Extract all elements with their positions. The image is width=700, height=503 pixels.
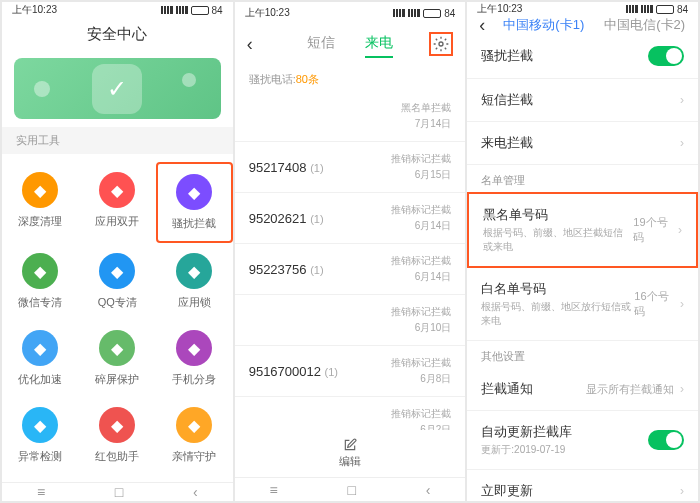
row-title: 自动更新拦截库 (481, 423, 572, 441)
call-date: 7月14日 (415, 117, 452, 131)
nav-bar: ≡ □ ‹ (2, 482, 233, 501)
wechat-shield-icon: ✓ (92, 64, 142, 114)
tool-icon: ◆ (176, 174, 212, 210)
tab-sms[interactable]: 短信 (307, 30, 335, 58)
tool-icon: ◆ (99, 330, 135, 366)
tool-label: 异常检测 (18, 449, 62, 464)
row-title: 短信拦截 (481, 91, 533, 109)
tool-应用锁[interactable]: ◆应用锁 (156, 243, 233, 320)
call-number: 9516700012 (1) (249, 364, 338, 379)
setting-row[interactable]: 黑名单号码根据号码、前缀、地区拦截短信或来电19个号码› (467, 192, 698, 268)
setting-row[interactable]: 骚扰拦截 (467, 34, 698, 79)
nav-back[interactable]: ‹ (193, 484, 198, 500)
row-subtitle: 根据号码、前缀、地区拦截短信或来电 (483, 226, 633, 254)
tool-深度清理[interactable]: ◆深度清理 (2, 162, 79, 243)
call-number: 95217408 (1) (249, 160, 324, 175)
setting-row[interactable]: 短信拦截› (467, 79, 698, 122)
status-bar: 上午10:23 84 (467, 2, 698, 16)
tool-icon: ◆ (22, 172, 58, 208)
tool-icon: ◆ (22, 407, 58, 443)
call-list: 黑名单拦截7月14日95217408 (1)推销标记拦截6月15日9520262… (235, 91, 466, 430)
chevron-right-icon: › (680, 297, 684, 311)
call-item[interactable]: 95223756 (1)推销标记拦截6月14日 (235, 244, 466, 295)
tool-微信专清[interactable]: ◆微信专清 (2, 243, 79, 320)
banner[interactable]: ✓ (14, 58, 221, 120)
section-label: 其他设置 (467, 341, 698, 368)
back-icon[interactable]: ‹ (479, 15, 485, 36)
tool-骚扰拦截[interactable]: ◆骚扰拦截 (156, 162, 233, 243)
edit-button[interactable]: 编辑 (235, 430, 466, 477)
settings-icon[interactable] (429, 32, 453, 56)
nav-home[interactable]: □ (115, 484, 123, 500)
toggle[interactable] (648, 46, 684, 66)
section-label: 名单管理 (467, 165, 698, 192)
edit-icon (343, 438, 357, 452)
screen-settings: 上午10:23 84 ‹ 中国移动(卡1) 中国电信(卡2) 骚扰拦截短信拦截›… (467, 2, 698, 501)
tool-icon: ◆ (99, 172, 135, 208)
tool-label: 应用双开 (95, 214, 139, 229)
sim-tabs: 中国移动(卡1) 中国电信(卡2) (503, 16, 685, 34)
row-title: 拦截通知 (481, 380, 533, 398)
tool-label: 深度清理 (18, 214, 62, 229)
call-item[interactable]: 黑名单拦截7月14日 (235, 91, 466, 142)
status-bar: 上午10:23 84 (235, 2, 466, 24)
chevron-right-icon: › (678, 223, 682, 237)
section-label: 实用工具 (2, 127, 233, 154)
call-date: 6月10日 (415, 321, 452, 335)
count-row: 骚扰电话:80条 (235, 64, 466, 91)
tool-label: 骚扰拦截 (172, 216, 216, 231)
call-tag: 推销标记拦截 (391, 203, 451, 217)
call-tag: 推销标记拦截 (391, 407, 451, 421)
setting-row[interactable]: 白名单号码根据号码、前缀、地区放行短信或来电16个号码› (467, 268, 698, 341)
nav-back[interactable]: ‹ (426, 482, 431, 498)
call-item[interactable]: 推销标记拦截6月10日 (235, 295, 466, 346)
tool-label: QQ专清 (98, 295, 137, 310)
status-time: 上午10:23 (12, 3, 57, 17)
nav-home[interactable]: □ (348, 482, 356, 498)
call-item[interactable]: 推销标记拦截6月2日 (235, 397, 466, 430)
tab-calls[interactable]: 来电 (365, 30, 393, 58)
call-item[interactable]: 9516700012 (1)推销标记拦截6月8日 (235, 346, 466, 397)
tool-icon: ◆ (99, 407, 135, 443)
setting-row[interactable]: 自动更新拦截库更新于:2019-07-19 (467, 411, 698, 470)
settings-group-1: 骚扰拦截短信拦截›来电拦截› (467, 34, 698, 165)
call-number: 95202621 (1) (249, 211, 324, 226)
header: 安全中心 (2, 19, 233, 50)
nav-recent[interactable]: ≡ (270, 482, 278, 498)
call-date: 6月15日 (415, 168, 452, 182)
setting-row[interactable]: 来电拦截› (467, 122, 698, 165)
tab-sim1[interactable]: 中国移动(卡1) (503, 16, 584, 34)
tool-icon: ◆ (176, 253, 212, 289)
tool-异常检测[interactable]: ◆异常检测 (2, 397, 79, 474)
setting-row[interactable]: 拦截通知显示所有拦截通知› (467, 368, 698, 411)
tool-icon: ◆ (176, 330, 212, 366)
call-date: 6月2日 (420, 423, 451, 430)
status-bar: 上午10:23 84 (2, 2, 233, 19)
row-subtitle: 更新于:2019-07-19 (481, 443, 572, 457)
tool-label: 红包助手 (95, 449, 139, 464)
toggle[interactable] (648, 430, 684, 450)
call-tag: 推销标记拦截 (391, 356, 451, 370)
row-meta: 16个号码› (634, 289, 684, 319)
row-subtitle: 根据号码、前缀、地区放行短信或来电 (481, 300, 634, 328)
svg-point-0 (439, 42, 443, 46)
setting-row[interactable]: 立即更新› (467, 470, 698, 501)
tab-sim2[interactable]: 中国电信(卡2) (604, 16, 685, 34)
page-title: 安全中心 (87, 25, 147, 44)
back-icon[interactable]: ‹ (247, 34, 253, 55)
tool-手机分身[interactable]: ◆手机分身 (156, 320, 233, 397)
nav-recent[interactable]: ≡ (37, 484, 45, 500)
tool-亲情守护[interactable]: ◆亲情守护 (156, 397, 233, 474)
call-item[interactable]: 95202621 (1)推销标记拦截6月14日 (235, 193, 466, 244)
tool-QQ专清[interactable]: ◆QQ专清 (79, 243, 156, 320)
call-tag: 推销标记拦截 (391, 305, 451, 319)
tool-应用双开[interactable]: ◆应用双开 (79, 162, 156, 243)
tool-label: 优化加速 (18, 372, 62, 387)
chevron-right-icon: › (680, 93, 684, 107)
tool-label: 手机分身 (172, 372, 216, 387)
call-item[interactable]: 95217408 (1)推销标记拦截6月15日 (235, 142, 466, 193)
tool-红包助手[interactable]: ◆红包助手 (79, 397, 156, 474)
row-title: 来电拦截 (481, 134, 533, 152)
tool-碎屏保护[interactable]: ◆碎屏保护 (79, 320, 156, 397)
tool-优化加速[interactable]: ◆优化加速 (2, 320, 79, 397)
